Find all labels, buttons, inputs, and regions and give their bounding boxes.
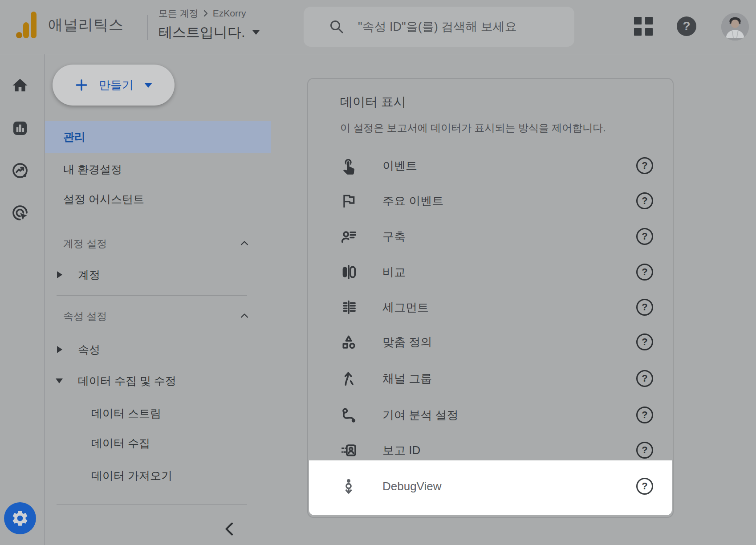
help-icon[interactable]: ? — [636, 478, 653, 495]
card-row-label: 기여 분석 설정 — [382, 402, 458, 428]
grid-square — [634, 17, 642, 24]
card-row-comparisons[interactable]: 비교 ? — [308, 259, 673, 285]
card-row-debugview[interactable]: DebugView ? — [308, 473, 673, 500]
help-icon[interactable]: ? — [636, 407, 653, 423]
sub-item-data-streams[interactable]: 데이터 스트림 — [45, 400, 271, 427]
card-row-label: 세그먼트 — [382, 294, 429, 321]
collapse-panel-icon[interactable] — [221, 520, 239, 538]
section-label: 속성 설정 — [63, 303, 107, 329]
sub-item-data-collection[interactable]: 데이터 수집 — [45, 430, 271, 456]
tree-item-label: 속성 — [78, 336, 100, 363]
help-glyph: ? — [642, 195, 647, 207]
audience-icon — [340, 228, 358, 245]
help-icon[interactable]: ? — [636, 334, 653, 350]
help-glyph: ? — [642, 266, 647, 278]
collapse-arrow-icon[interactable] — [56, 378, 63, 383]
card-row-label: 맞춤 정의 — [382, 329, 432, 355]
card-row-label: 채널 그룹 — [382, 365, 432, 392]
header-divider — [147, 15, 148, 40]
sub-item-label: 데이터 스트림 — [91, 400, 161, 427]
property-switcher[interactable]: 테스트입니다. — [159, 23, 260, 42]
sidebar-divider — [57, 222, 247, 222]
sidebar-divider — [57, 295, 247, 296]
analytics-logo-icon — [16, 11, 37, 39]
segment-icon — [340, 298, 358, 316]
card-row-events[interactable]: 이벤트 ? — [308, 152, 673, 179]
touch-event-icon — [340, 157, 358, 175]
tree-item-label: 데이터 수집 및 수정 — [78, 367, 176, 394]
sub-item-label: 데이터 가져오기 — [91, 462, 172, 489]
admin-gear-icon[interactable] — [4, 502, 36, 534]
create-button-label: 만들기 — [99, 77, 134, 93]
advertising-icon[interactable] — [11, 204, 29, 222]
search-icon — [329, 19, 345, 35]
help-icon[interactable]: ? — [636, 299, 653, 316]
chevron-down-icon[interactable] — [144, 83, 152, 88]
sidebar-divider — [57, 504, 247, 505]
chevron-right-icon — [202, 9, 209, 18]
home-icon[interactable] — [11, 77, 29, 94]
reporting-id-icon — [340, 441, 358, 459]
section-label: 계정 설정 — [63, 230, 107, 257]
card-row-label: 구축 — [382, 223, 406, 250]
apps-grid-icon[interactable] — [634, 17, 653, 36]
sidebar-item-admin[interactable]: 관리 — [45, 121, 271, 153]
expand-arrow-icon[interactable] — [57, 271, 62, 278]
property-name: 테스트입니다. — [159, 23, 245, 42]
tree-item-label: 계정 — [78, 261, 100, 288]
help-glyph: ? — [683, 19, 690, 33]
reports-icon[interactable] — [11, 119, 29, 137]
sidebar-item-preferences[interactable]: 내 환경설정 — [45, 156, 271, 183]
analytics-logo[interactable]: 애널리틱스 — [16, 11, 124, 39]
card-row-reporting-identity[interactable]: 보고 ID ? — [308, 437, 673, 464]
card-row-custom-definitions[interactable]: 맞춤 정의 ? — [308, 329, 673, 355]
section-account-settings[interactable]: 계정 설정 — [45, 230, 271, 257]
help-icon[interactable]: ? — [636, 370, 653, 387]
breadcrumb-accounts[interactable]: 모든 계정 EzKorry — [159, 7, 260, 20]
help-icon[interactable]: ? — [677, 16, 696, 36]
card-row-label: 주요 이벤트 — [382, 187, 443, 214]
channel-group-icon — [340, 370, 358, 387]
help-glyph: ? — [642, 409, 647, 421]
debugview-icon — [340, 477, 358, 495]
create-button[interactable]: 만들기 — [53, 65, 175, 106]
card-row-attribution-settings[interactable]: 기여 분석 설정 ? — [308, 402, 673, 428]
flag-icon — [340, 192, 358, 210]
search-input[interactable] — [358, 20, 554, 34]
grid-square — [645, 28, 653, 36]
chevron-up-icon — [239, 311, 250, 321]
help-icon[interactable]: ? — [636, 264, 653, 281]
avatar-photo — [721, 13, 749, 41]
expand-arrow-icon[interactable] — [57, 346, 62, 353]
section-property-settings[interactable]: 속성 설정 — [45, 303, 271, 329]
sidebar-item-setup-assistant[interactable]: 설정 어시스턴트 — [45, 186, 271, 212]
help-icon[interactable]: ? — [636, 442, 653, 459]
breadcrumb-all-accounts: 모든 계정 — [159, 7, 199, 20]
tree-item-account[interactable]: 계정 — [45, 261, 271, 288]
card-row-audiences[interactable]: 구축 ? — [308, 223, 673, 250]
tree-item-data-collection[interactable]: 데이터 수집 및 수정 — [45, 367, 271, 394]
avatar[interactable] — [721, 13, 749, 41]
tree-item-property[interactable]: 속성 — [45, 336, 271, 363]
card-row-label: DebugView — [382, 473, 442, 500]
card-row-segments[interactable]: 세그먼트 ? — [308, 294, 673, 321]
card-row-channel-groups[interactable]: 채널 그룹 ? — [308, 365, 673, 392]
help-glyph: ? — [642, 301, 647, 313]
explore-icon[interactable] — [11, 162, 29, 179]
sub-item-data-import[interactable]: 데이터 가져오기 — [45, 462, 271, 489]
help-glyph: ? — [642, 160, 647, 171]
attribution-icon — [340, 406, 358, 424]
help-icon[interactable]: ? — [636, 157, 653, 174]
help-icon[interactable]: ? — [636, 192, 653, 209]
app-header: 애널리틱스 모든 계정 EzKorry 테스트입니다. ? — [0, 0, 756, 54]
sidebar-item-label: 설정 어시스턴트 — [63, 186, 144, 212]
card-row-label: 보고 ID — [382, 437, 420, 464]
search-bar[interactable] — [304, 7, 574, 47]
card-row-key-events[interactable]: 주요 이벤트 ? — [308, 187, 673, 214]
breadcrumb-account-name: EzKorry — [213, 8, 246, 19]
help-glyph: ? — [642, 373, 647, 384]
card-row-label: 이벤트 — [382, 152, 417, 179]
grid-square — [634, 28, 642, 36]
sidebar-item-label: 관리 — [63, 121, 85, 153]
help-icon[interactable]: ? — [636, 228, 653, 245]
